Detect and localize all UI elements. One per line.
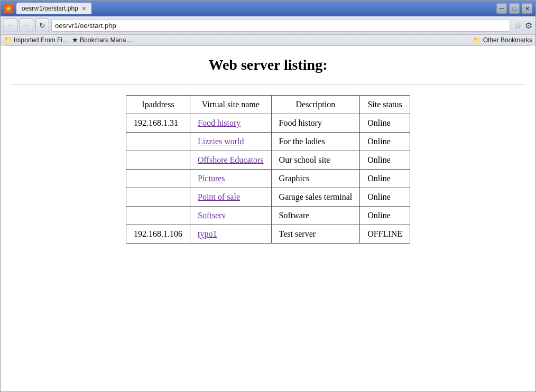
site-link[interactable]: Offshore Educators	[198, 155, 264, 164]
table-wrapper: Ipaddress Virtual site name Description …	[11, 95, 525, 244]
tab-close-button[interactable]: ✕	[81, 5, 86, 12]
cell-ip	[126, 188, 190, 207]
star-icon: ★	[72, 36, 78, 44]
site-link[interactable]: typo1	[198, 229, 217, 238]
cell-ip	[126, 207, 190, 225]
folder-icon: 📁	[4, 36, 12, 44]
server-table: Ipaddress Virtual site name Description …	[126, 95, 410, 244]
cell-status: Online	[360, 151, 410, 170]
other-bookmarks-label: Other Bookmarks	[483, 36, 532, 44]
cell-site-link[interactable]: Point of sale	[190, 188, 272, 207]
cell-site-link[interactable]: Food history	[190, 114, 272, 133]
site-link[interactable]: Softserv	[198, 211, 226, 220]
other-bookmarks[interactable]: 📁 Other Bookmarks	[473, 36, 532, 44]
table-row: Lizzies worldFor the ladiesOnline	[126, 133, 410, 151]
bookmark-star-button[interactable]: ☆	[514, 21, 522, 31]
bookmark-manager-label: Bookmark Mana...	[80, 36, 131, 44]
cell-status: Online	[360, 114, 410, 133]
col-ipaddress: Ipaddress	[126, 96, 190, 114]
cell-site-link[interactable]: typo1	[190, 225, 272, 244]
back-button[interactable]: ←	[4, 18, 17, 32]
cell-ip: 192.168.1.106	[126, 225, 190, 244]
browser-icon	[4, 4, 13, 13]
table-row: Offshore EducatorsOur school siteOnline	[126, 151, 410, 170]
cell-description: Test server	[271, 225, 360, 244]
bookmark-imported[interactable]: 📁 Imported From Fi...	[4, 36, 68, 44]
cell-description: Graphics	[271, 170, 360, 188]
maximize-button[interactable]: □	[509, 3, 520, 14]
titlebar: oesrvr1/oe/start.php ✕ ─ □ ✕	[1, 1, 535, 16]
site-link[interactable]: Pictures	[198, 174, 225, 183]
browser-window: oesrvr1/oe/start.php ✕ ─ □ ✕ ← → ↻ oesrv…	[0, 0, 536, 392]
refresh-button[interactable]: ↻	[35, 18, 49, 32]
cell-ip: 192.168.1.31	[126, 114, 190, 133]
site-link[interactable]: Lizzies world	[198, 137, 244, 146]
cell-ip	[126, 170, 190, 188]
table-row: Point of saleGarage sales terminalOnline	[126, 188, 410, 207]
minimize-button[interactable]: ─	[496, 3, 507, 14]
navbar: ← → ↻ oesrvr1/oe/start.php ☆ ⚙	[1, 16, 535, 35]
cell-status: Online	[360, 207, 410, 225]
bookmark-imported-label: Imported From Fi...	[14, 36, 68, 44]
table-row: SoftservSoftwareOnline	[126, 207, 410, 225]
address-text: oesrvr1/oe/start.php	[55, 22, 116, 30]
cell-site-link[interactable]: Lizzies world	[190, 133, 272, 151]
page-content: Web server listing: Ipaddress Virtual si…	[1, 46, 535, 391]
site-link[interactable]: Point of sale	[198, 192, 240, 201]
cell-status: OFFLINE	[360, 225, 410, 244]
table-row: PicturesGraphicsOnline	[126, 170, 410, 188]
title-divider	[11, 84, 525, 85]
tab-title: oesrvr1/oe/start.php	[22, 5, 78, 12]
close-button[interactable]: ✕	[522, 3, 532, 14]
cell-ip	[126, 151, 190, 170]
cell-description: Software	[271, 207, 360, 225]
cell-ip	[126, 133, 190, 151]
cell-description: Our school site	[271, 151, 360, 170]
cell-site-link[interactable]: Offshore Educators	[190, 151, 272, 170]
site-link[interactable]: Food history	[198, 118, 241, 127]
bookmark-manager[interactable]: ★ Bookmark Mana...	[72, 36, 131, 44]
table-row: 192.168.1.31Food historyFood historyOnli…	[126, 114, 410, 133]
table-header-row: Ipaddress Virtual site name Description …	[126, 96, 410, 114]
browser-tab[interactable]: oesrvr1/oe/start.php ✕	[16, 3, 91, 14]
table-row: 192.168.1.106typo1Test serverOFFLINE	[126, 225, 410, 244]
page-title: Web server listing:	[11, 57, 525, 73]
other-folder-icon: 📁	[473, 36, 481, 44]
col-status: Site status	[360, 96, 410, 114]
col-description: Description	[271, 96, 360, 114]
cell-site-link[interactable]: Pictures	[190, 170, 272, 188]
forward-button[interactable]: →	[20, 18, 33, 32]
address-bar[interactable]: oesrvr1/oe/start.php	[51, 19, 510, 32]
cell-status: Online	[360, 188, 410, 207]
bookmarks-bar: 📁 Imported From Fi... ★ Bookmark Mana...…	[1, 35, 535, 45]
window-controls: ─ □ ✕	[496, 3, 532, 14]
cell-status: Online	[360, 133, 410, 151]
cell-description: For the ladies	[271, 133, 360, 151]
cell-site-link[interactable]: Softserv	[190, 207, 272, 225]
cell-description: Garage sales terminal	[271, 188, 360, 207]
tools-button[interactable]: ⚙	[525, 21, 532, 31]
col-virtual-site: Virtual site name	[190, 96, 272, 114]
cell-status: Online	[360, 170, 410, 188]
cell-description: Food history	[271, 114, 360, 133]
